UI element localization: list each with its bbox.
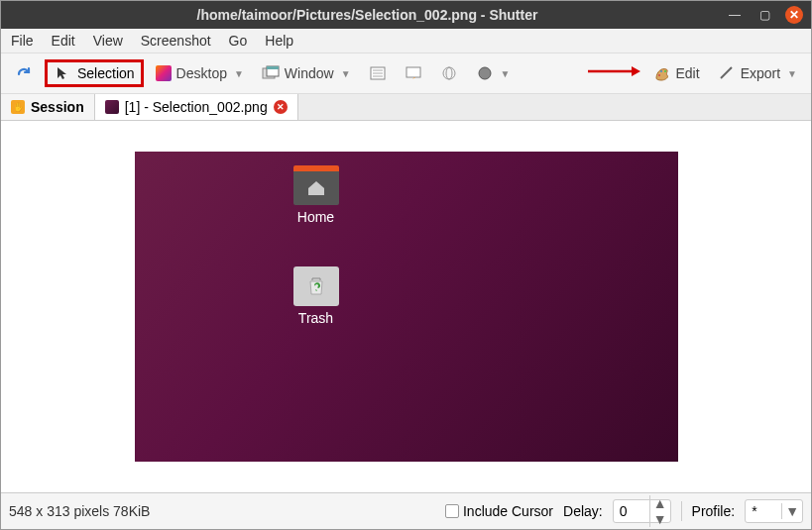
svg-point-14 [664, 70, 666, 72]
desktop-icon-trash: Trash [282, 266, 351, 326]
menu-capture-button[interactable] [363, 60, 393, 86]
svg-point-8 [443, 67, 455, 79]
svg-rect-2 [267, 66, 279, 69]
include-cursor-label: Include Cursor [463, 503, 553, 519]
dropdown-arrow-icon[interactable]: ▼ [501, 68, 511, 79]
color-picker-icon [476, 64, 494, 82]
window-label: Window [285, 65, 334, 81]
web-capture-button[interactable] [434, 60, 464, 86]
window-button[interactable]: Window ▼ [256, 60, 357, 86]
web-capture-icon [440, 64, 458, 82]
delay-label: Delay: [563, 503, 603, 519]
profile-select[interactable]: * ▼ [745, 499, 803, 523]
file-thumb-icon [105, 100, 119, 114]
delay-spinner[interactable]: 0 ▲ ▼ [613, 499, 671, 523]
desktop-button[interactable]: Desktop ▼ [150, 61, 250, 85]
delay-value[interactable]: 0 [614, 503, 649, 519]
image-dimensions: 548 x 313 pixels 78KiB [9, 503, 435, 519]
menubar: File Edit View Screenshot Go Help [1, 29, 811, 53]
window-titlebar: /home/taimoor/Pictures/Selection_002.png… [1, 1, 811, 29]
toolbar: Selection Desktop ▼ Window ▼ ▼ [1, 53, 811, 94]
tab-bar: ✋ Session [1] - Selection_002.png ✕ [1, 94, 811, 121]
tab-file[interactable]: [1] - Selection_002.png ✕ [95, 94, 298, 120]
statusbar: 548 x 313 pixels 78KiB Include Cursor De… [1, 492, 811, 529]
menu-go[interactable]: Go [229, 33, 248, 49]
window-icon [262, 64, 280, 82]
profile-label: Profile: [692, 503, 736, 519]
edit-button[interactable]: Edit [647, 60, 706, 86]
spinner-buttons[interactable]: ▲ ▼ [649, 495, 670, 527]
edit-label: Edit [676, 65, 700, 81]
svg-rect-7 [406, 67, 420, 77]
spinner-up-icon[interactable]: ▲ [650, 495, 670, 511]
tab-file-label: [1] - Selection_002.png [125, 99, 268, 115]
export-icon [718, 64, 736, 82]
tab-session-label: Session [31, 99, 84, 115]
desktop-icon [156, 65, 172, 81]
redo-icon [15, 64, 33, 82]
dropdown-arrow-icon[interactable]: ▼ [234, 68, 244, 79]
preview-area: Home Trash [1, 121, 811, 492]
tooltip-capture-icon [405, 64, 422, 82]
home-folder-icon [293, 165, 339, 205]
tooltip-capture-button[interactable] [399, 60, 428, 86]
spinner-down-icon[interactable]: ▼ [650, 511, 670, 527]
palette-icon [653, 64, 671, 82]
selection-button-highlighted[interactable]: Selection [45, 59, 144, 87]
checkbox-icon [445, 504, 459, 518]
menu-screenshot[interactable]: Screenshot [141, 33, 211, 49]
svg-point-9 [446, 67, 452, 79]
home-label: Home [282, 209, 351, 225]
color-picker-button[interactable]: ▼ [470, 60, 517, 86]
trash-icon [293, 266, 339, 306]
window-controls: — ▢ ✕ [726, 6, 803, 24]
desktop-icon-home: Home [282, 165, 351, 225]
svg-point-13 [660, 70, 662, 72]
menu-view[interactable]: View [93, 33, 123, 49]
annotation-arrow [586, 63, 641, 84]
export-label: Export [741, 65, 780, 81]
redo-button[interactable] [9, 60, 39, 86]
include-cursor-checkbox[interactable]: Include Cursor [445, 503, 553, 519]
desktop-label: Desktop [176, 65, 227, 81]
cursor-icon [54, 64, 71, 82]
close-button[interactable]: ✕ [785, 6, 803, 24]
session-icon: ✋ [11, 100, 25, 114]
export-button[interactable]: Export ▼ [712, 60, 803, 86]
profile-value: * [746, 503, 781, 519]
minimize-button[interactable]: — [726, 6, 744, 24]
separator [681, 501, 682, 521]
menu-capture-icon [369, 64, 387, 82]
screenshot-image: Home Trash [135, 152, 678, 462]
menu-help[interactable]: Help [265, 33, 293, 49]
dropdown-arrow-icon[interactable]: ▼ [781, 503, 802, 519]
tab-session[interactable]: ✋ Session [1, 94, 95, 120]
window-title: /home/taimoor/Pictures/Selection_002.png… [9, 7, 726, 23]
dropdown-arrow-icon[interactable]: ▼ [341, 68, 351, 79]
selection-label: Selection [77, 65, 135, 81]
svg-point-12 [658, 74, 660, 76]
trash-label: Trash [282, 310, 351, 326]
maximize-button[interactable]: ▢ [755, 6, 773, 24]
menu-file[interactable]: File [11, 33, 34, 49]
dropdown-arrow-icon[interactable]: ▼ [787, 68, 797, 79]
close-tab-button[interactable]: ✕ [274, 100, 288, 114]
svg-point-10 [479, 67, 491, 79]
menu-edit[interactable]: Edit [52, 33, 75, 49]
